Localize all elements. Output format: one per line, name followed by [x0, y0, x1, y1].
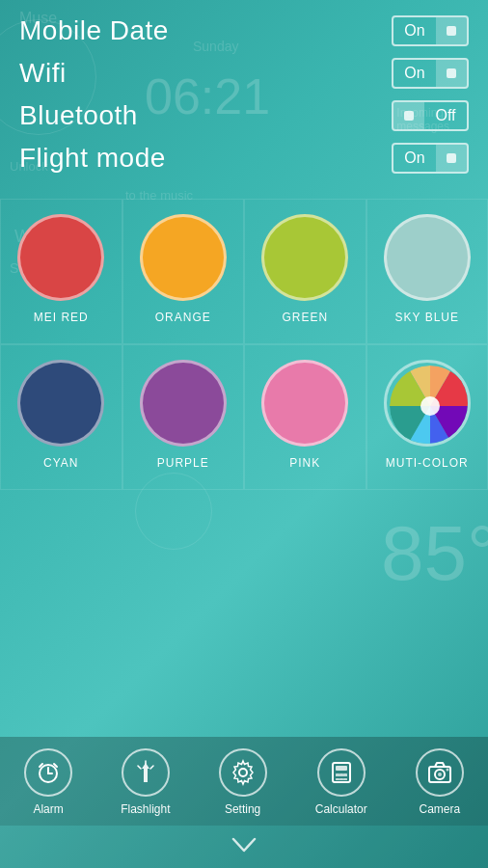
toggles-section: Mobile Date On Wifi On: [0, 0, 488, 189]
wifi-indicator: [436, 60, 467, 87]
svg-rect-3: [447, 153, 456, 163]
cyan-circle[interactable]: [17, 360, 104, 447]
alarm-label: Alarm: [33, 802, 63, 816]
pink-circle[interactable]: [261, 360, 348, 447]
svg-rect-0: [447, 26, 456, 36]
bt-toggle-thumb: [401, 108, 417, 123]
svg-point-26: [446, 769, 448, 772]
svg-point-5: [420, 396, 440, 416]
bluetooth-indicator: [393, 102, 424, 129]
wifi-state: On: [393, 65, 436, 82]
flashlight-icon: [132, 759, 159, 786]
alarm-icon: [35, 759, 62, 786]
flight-toggle-thumb: [444, 150, 459, 166]
toggle-thumb-icon: [444, 23, 459, 39]
cyan-label: CYAN: [43, 456, 78, 470]
green-label: GREEN: [282, 311, 328, 324]
chevron-bar: [0, 826, 488, 868]
svg-line-11: [138, 766, 141, 769]
alarm-icon-circle[interactable]: [24, 748, 72, 797]
toolbar-alarm[interactable]: Alarm: [24, 748, 72, 816]
main-content: Mobile Date On Wifi On: [0, 0, 488, 868]
mobile-date-label: Mobile Date: [19, 15, 169, 46]
mei-red-label: MEI RED: [34, 311, 89, 324]
svg-rect-19: [343, 773, 347, 776]
green-circle[interactable]: [261, 214, 348, 301]
svg-rect-1: [447, 68, 456, 78]
camera-icon-circle[interactable]: [416, 748, 464, 797]
wifi-toggle[interactable]: On: [392, 58, 469, 89]
toolbar-flashlight[interactable]: Flashlight: [121, 748, 170, 816]
svg-point-14: [239, 769, 247, 776]
svg-point-25: [438, 773, 442, 776]
mobile-date-indicator: [436, 17, 467, 44]
setting-icon: [230, 759, 257, 786]
setting-label: Setting: [225, 802, 260, 816]
wifi-toggle-thumb: [444, 66, 459, 81]
svg-rect-17: [336, 773, 339, 776]
camera-icon: [426, 759, 453, 786]
camera-label: Camera: [420, 802, 461, 816]
mobile-date-state: On: [393, 22, 436, 40]
calculator-icon: [328, 759, 355, 786]
flight-label: Flight mode: [19, 143, 166, 174]
pink-label: PINK: [289, 456, 320, 470]
toolbar-camera[interactable]: Camera: [416, 748, 464, 816]
svg-rect-16: [336, 766, 347, 771]
color-green[interactable]: GREEN: [244, 199, 366, 344]
flight-indicator: [436, 145, 467, 172]
svg-rect-22: [343, 778, 347, 780]
calculator-label: Calculator: [315, 802, 367, 816]
bluetooth-toggle[interactable]: Off: [392, 100, 469, 131]
muti-color-wheel[interactable]: [384, 360, 471, 447]
toolbar-setting[interactable]: Setting: [219, 748, 267, 816]
flight-toggle[interactable]: On: [392, 143, 469, 174]
toggle-row-wifi: Wifi On: [19, 52, 469, 95]
color-purple[interactable]: PURPLE: [122, 344, 245, 490]
flashlight-icon-circle[interactable]: [122, 748, 170, 797]
orange-circle[interactable]: [140, 214, 227, 301]
muti-color-label: MUTI-COLOR: [386, 456, 469, 470]
toggle-row-mobile-date: Mobile Date On: [19, 10, 469, 52]
toolbar-items: Alarm Flashlight: [0, 748, 488, 816]
calculator-icon-circle[interactable]: [317, 748, 366, 797]
color-cyan[interactable]: CYAN: [0, 344, 122, 490]
svg-rect-18: [339, 773, 343, 776]
sky-blue-circle[interactable]: [384, 214, 471, 301]
mei-red-circle[interactable]: [17, 214, 104, 301]
svg-rect-2: [404, 111, 414, 121]
flashlight-label: Flashlight: [121, 802, 170, 816]
setting-icon-circle[interactable]: [219, 748, 267, 797]
color-pink[interactable]: PINK: [244, 344, 366, 490]
svg-line-12: [150, 766, 153, 769]
color-grid: MEI RED ORANGE GREEN SKY bLUE CYAN PURPL: [0, 199, 488, 490]
purple-label: PURPLE: [157, 456, 209, 470]
colors-section: MEI RED ORANGE GREEN SKY bLUE CYAN PURPL: [0, 189, 488, 737]
svg-rect-20: [336, 778, 339, 780]
color-muti[interactable]: MUTI-COLOR: [366, 344, 489, 490]
sky-blue-label: SKY bLUE: [395, 311, 459, 324]
toolbar-calculator[interactable]: Calculator: [315, 748, 367, 816]
bluetooth-state: Off: [424, 107, 467, 124]
color-wheel-svg: [387, 363, 471, 447]
toolbar: Alarm Flashlight: [0, 737, 488, 826]
bluetooth-label: Bluetooth: [19, 100, 138, 131]
color-sky-blue[interactable]: SKY bLUE: [366, 199, 489, 344]
chevron-down-icon[interactable]: [230, 833, 258, 860]
wifi-label: Wifi: [19, 58, 67, 89]
color-mei-red[interactable]: MEI RED: [0, 199, 122, 344]
toggle-row-flight: Flight mode On: [19, 137, 469, 179]
flight-state: On: [393, 149, 436, 167]
toggle-row-bluetooth: Bluetooth Off: [19, 95, 469, 137]
color-orange[interactable]: ORANGE: [122, 199, 245, 344]
svg-rect-21: [339, 778, 343, 780]
mobile-date-toggle[interactable]: On: [392, 15, 469, 46]
orange-label: ORANGE: [155, 311, 211, 324]
purple-circle[interactable]: [140, 360, 227, 447]
chevron-svg: [230, 835, 258, 854]
